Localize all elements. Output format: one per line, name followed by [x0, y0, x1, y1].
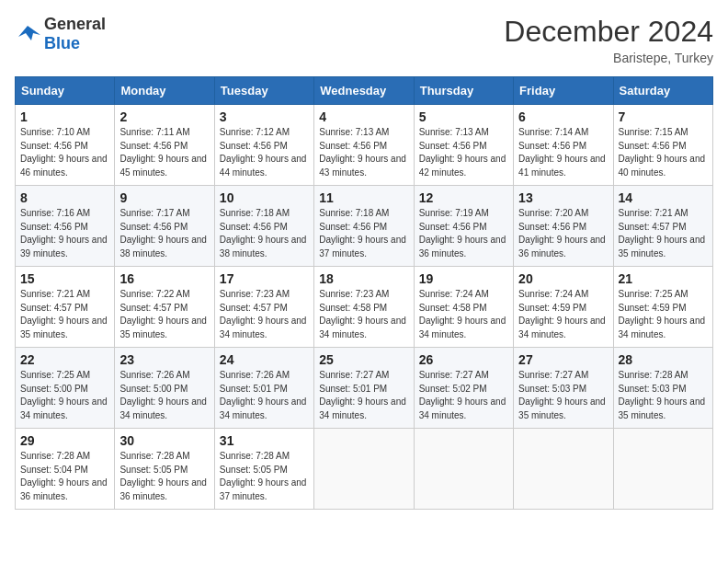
cell-info: Sunrise: 7:27 AM Sunset: 5:02 PM Dayligh…	[419, 369, 508, 422]
cell-info: Sunrise: 7:28 AM Sunset: 5:05 PM Dayligh…	[119, 450, 209, 503]
day-number: 26	[419, 352, 508, 367]
table-row: 16 Sunrise: 7:22 AM Sunset: 4:57 PM Dayl…	[115, 267, 214, 348]
day-number: 28	[619, 352, 708, 367]
table-row	[514, 429, 613, 510]
day-number: 15	[20, 271, 109, 286]
logo: General Blue	[15, 15, 106, 53]
day-number: 22	[20, 352, 109, 367]
month-title: December 2024	[504, 15, 713, 49]
table-row: 20 Sunrise: 7:24 AM Sunset: 4:59 PM Dayl…	[514, 267, 613, 348]
cell-info: Sunrise: 7:28 AM Sunset: 5:05 PM Dayligh…	[220, 450, 309, 503]
table-row: 21 Sunrise: 7:25 AM Sunset: 4:59 PM Dayl…	[613, 267, 712, 348]
cell-info: Sunrise: 7:27 AM Sunset: 5:01 PM Dayligh…	[319, 369, 408, 422]
day-number: 13	[518, 190, 608, 205]
table-row	[613, 429, 712, 510]
cell-info: Sunrise: 7:21 AM Sunset: 4:57 PM Dayligh…	[619, 207, 708, 260]
day-number: 7	[619, 109, 708, 124]
day-number: 17	[220, 271, 309, 286]
cell-info: Sunrise: 7:10 AM Sunset: 4:56 PM Dayligh…	[20, 126, 109, 179]
cell-info: Sunrise: 7:26 AM Sunset: 5:00 PM Dayligh…	[119, 369, 209, 422]
cell-info: Sunrise: 7:28 AM Sunset: 5:04 PM Dayligh…	[20, 450, 109, 503]
cell-info: Sunrise: 7:13 AM Sunset: 4:56 PM Dayligh…	[419, 126, 508, 179]
cell-info: Sunrise: 7:12 AM Sunset: 4:56 PM Dayligh…	[220, 126, 309, 179]
day-number: 25	[319, 352, 408, 367]
table-row: 13 Sunrise: 7:20 AM Sunset: 4:56 PM Dayl…	[514, 186, 613, 267]
table-row	[314, 429, 414, 510]
table-row: 29 Sunrise: 7:28 AM Sunset: 5:04 PM Dayl…	[16, 429, 115, 510]
svg-marker-0	[18, 26, 40, 40]
day-number: 29	[20, 433, 109, 448]
cell-info: Sunrise: 7:21 AM Sunset: 4:57 PM Dayligh…	[20, 288, 109, 341]
title-block: December 2024 Baristepe, Turkey	[504, 15, 713, 65]
cell-info: Sunrise: 7:27 AM Sunset: 5:03 PM Dayligh…	[518, 369, 608, 422]
day-number: 3	[220, 109, 309, 124]
day-number: 1	[20, 109, 109, 124]
table-row: 27 Sunrise: 7:27 AM Sunset: 5:03 PM Dayl…	[514, 348, 613, 429]
location: Baristepe, Turkey	[504, 51, 713, 65]
day-number: 14	[619, 190, 708, 205]
cell-info: Sunrise: 7:28 AM Sunset: 5:03 PM Dayligh…	[619, 369, 708, 422]
table-row: 9 Sunrise: 7:17 AM Sunset: 4:56 PM Dayli…	[115, 186, 214, 267]
day-number: 31	[220, 433, 309, 448]
table-row: 7 Sunrise: 7:15 AM Sunset: 4:56 PM Dayli…	[613, 105, 712, 186]
day-number: 10	[220, 190, 309, 205]
header-tuesday: Tuesday	[214, 77, 313, 105]
day-number: 6	[518, 109, 608, 124]
day-number: 5	[419, 109, 508, 124]
table-row: 2 Sunrise: 7:11 AM Sunset: 4:56 PM Dayli…	[115, 105, 214, 186]
cell-info: Sunrise: 7:24 AM Sunset: 4:58 PM Dayligh…	[419, 288, 508, 341]
table-row	[414, 429, 513, 510]
header-friday: Friday	[514, 77, 613, 105]
calendar-week-row: 29 Sunrise: 7:28 AM Sunset: 5:04 PM Dayl…	[16, 429, 713, 510]
day-number: 2	[119, 109, 209, 124]
header-sunday: Sunday	[16, 77, 115, 105]
header-saturday: Saturday	[613, 77, 712, 105]
header-wednesday: Wednesday	[314, 77, 414, 105]
table-row: 19 Sunrise: 7:24 AM Sunset: 4:58 PM Dayl…	[414, 267, 513, 348]
table-row: 22 Sunrise: 7:25 AM Sunset: 5:00 PM Dayl…	[16, 348, 115, 429]
table-row: 5 Sunrise: 7:13 AM Sunset: 4:56 PM Dayli…	[414, 105, 513, 186]
table-row: 25 Sunrise: 7:27 AM Sunset: 5:01 PM Dayl…	[314, 348, 414, 429]
calendar-week-row: 8 Sunrise: 7:16 AM Sunset: 4:56 PM Dayli…	[16, 186, 713, 267]
calendar-week-row: 22 Sunrise: 7:25 AM Sunset: 5:00 PM Dayl…	[16, 348, 713, 429]
table-row: 11 Sunrise: 7:18 AM Sunset: 4:56 PM Dayl…	[314, 186, 414, 267]
cell-info: Sunrise: 7:23 AM Sunset: 4:58 PM Dayligh…	[319, 288, 408, 341]
table-row: 3 Sunrise: 7:12 AM Sunset: 4:56 PM Dayli…	[214, 105, 313, 186]
day-number: 4	[319, 109, 408, 124]
cell-info: Sunrise: 7:13 AM Sunset: 4:56 PM Dayligh…	[319, 126, 408, 179]
cell-info: Sunrise: 7:23 AM Sunset: 4:57 PM Dayligh…	[220, 288, 309, 341]
table-row: 23 Sunrise: 7:26 AM Sunset: 5:00 PM Dayl…	[115, 348, 214, 429]
table-row: 31 Sunrise: 7:28 AM Sunset: 5:05 PM Dayl…	[214, 429, 313, 510]
day-number: 8	[20, 190, 109, 205]
day-number: 12	[419, 190, 508, 205]
header-monday: Monday	[115, 77, 214, 105]
cell-info: Sunrise: 7:26 AM Sunset: 5:01 PM Dayligh…	[220, 369, 309, 422]
table-row: 8 Sunrise: 7:16 AM Sunset: 4:56 PM Dayli…	[16, 186, 115, 267]
table-row: 14 Sunrise: 7:21 AM Sunset: 4:57 PM Dayl…	[613, 186, 712, 267]
cell-info: Sunrise: 7:25 AM Sunset: 4:59 PM Dayligh…	[619, 288, 708, 341]
logo-text: General Blue	[44, 15, 106, 53]
table-row: 12 Sunrise: 7:19 AM Sunset: 4:56 PM Dayl…	[414, 186, 513, 267]
weekday-header-row: Sunday Monday Tuesday Wednesday Thursday…	[16, 77, 713, 105]
cell-info: Sunrise: 7:11 AM Sunset: 4:56 PM Dayligh…	[119, 126, 209, 179]
day-number: 23	[119, 352, 209, 367]
cell-info: Sunrise: 7:15 AM Sunset: 4:56 PM Dayligh…	[619, 126, 708, 179]
page-header: General Blue December 2024 Baristepe, Tu…	[15, 15, 713, 65]
day-number: 24	[220, 352, 309, 367]
cell-info: Sunrise: 7:18 AM Sunset: 4:56 PM Dayligh…	[319, 207, 408, 260]
day-number: 19	[419, 271, 508, 286]
table-row: 6 Sunrise: 7:14 AM Sunset: 4:56 PM Dayli…	[514, 105, 613, 186]
calendar-week-row: 1 Sunrise: 7:10 AM Sunset: 4:56 PM Dayli…	[16, 105, 713, 186]
table-row: 15 Sunrise: 7:21 AM Sunset: 4:57 PM Dayl…	[16, 267, 115, 348]
cell-info: Sunrise: 7:20 AM Sunset: 4:56 PM Dayligh…	[518, 207, 608, 260]
calendar-table: Sunday Monday Tuesday Wednesday Thursday…	[15, 76, 713, 510]
cell-info: Sunrise: 7:18 AM Sunset: 4:56 PM Dayligh…	[220, 207, 309, 260]
day-number: 21	[619, 271, 708, 286]
logo-general: General	[44, 15, 106, 33]
table-row: 30 Sunrise: 7:28 AM Sunset: 5:05 PM Dayl…	[115, 429, 214, 510]
logo-bird-icon	[15, 24, 40, 44]
table-row: 1 Sunrise: 7:10 AM Sunset: 4:56 PM Dayli…	[16, 105, 115, 186]
day-number: 11	[319, 190, 408, 205]
table-row: 18 Sunrise: 7:23 AM Sunset: 4:58 PM Dayl…	[314, 267, 414, 348]
table-row: 17 Sunrise: 7:23 AM Sunset: 4:57 PM Dayl…	[214, 267, 313, 348]
